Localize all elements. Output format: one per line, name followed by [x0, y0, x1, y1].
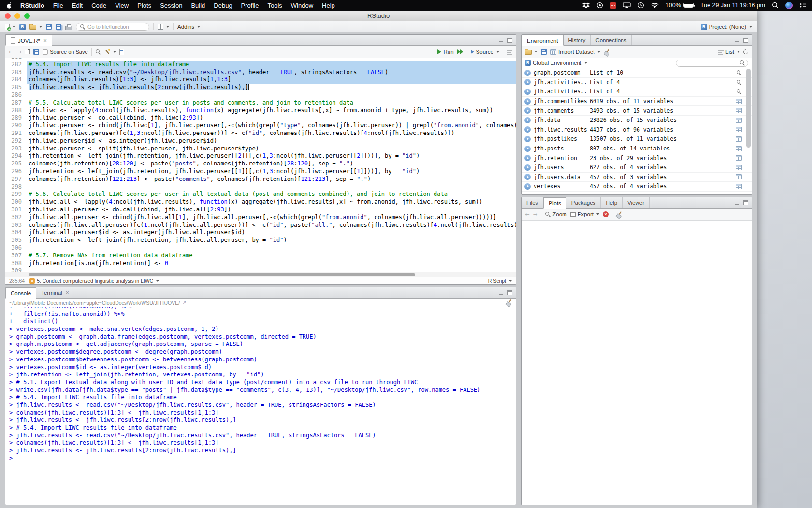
editor-horizontal-scrollbar[interactable] — [5, 272, 516, 277]
environment-scrollbar[interactable] — [746, 69, 751, 194]
back-button[interactable]: ← — [9, 48, 14, 55]
code-line-294[interactable]: 294jfh.retention <- left_join(jfh.retent… — [5, 152, 516, 160]
expand-icon[interactable] — [524, 183, 531, 190]
code-line-300[interactable]: 300jfh.liwc.all <- lapply(4:ncol(jfh.liw… — [5, 198, 516, 206]
menu-profile[interactable]: Profile — [237, 2, 263, 9]
expand-icon[interactable] — [524, 117, 531, 123]
maximize-pane-button[interactable] — [743, 200, 748, 205]
project-menu-button[interactable]: RProject: (None) — [701, 24, 752, 30]
console-tab-console[interactable]: Console — [5, 287, 36, 299]
zoom-plot-button[interactable]: Zoom — [545, 211, 566, 217]
dropbox-icon[interactable] — [582, 2, 590, 9]
environment-object-jfh-retention[interactable]: jfh.retention23 obs. of 29 variables — [522, 153, 752, 163]
code-line-303[interactable]: 303colnames(jfh.liwc.all.peruser)[c(1:nc… — [5, 222, 516, 229]
menu-build[interactable]: Build — [187, 2, 209, 9]
view-data-icon[interactable] — [736, 136, 742, 142]
environment-object-jfh-activities-[interactable]: jfh.activities...List of 4 — [522, 78, 752, 88]
status-circle-icon[interactable] — [596, 2, 603, 9]
files-tab-files[interactable]: Files — [522, 197, 543, 208]
section-navigator[interactable]: #5. Conduct computerized linguistic anal… — [29, 278, 159, 284]
save-button[interactable] — [33, 49, 39, 55]
minimize-window-button[interactable] — [14, 13, 20, 19]
code-line-302[interactable]: 302jfh.liwc.all.peruser <- cbind(jfh.liw… — [5, 214, 516, 222]
goto-file-input[interactable] — [87, 24, 145, 30]
code-line-290[interactable]: 290jfh.liwc.peruser <- cbind(jfh.liwc[1]… — [5, 122, 516, 130]
files-tab-viewer[interactable]: Viewer — [623, 197, 650, 208]
menu-file[interactable]: File — [49, 2, 68, 9]
tab-close-icon[interactable]: × — [44, 37, 47, 44]
code-line-283[interactable]: 283jfh.liwc.results <- read.csv("~/Deskt… — [5, 69, 516, 76]
view-data-icon[interactable] — [736, 146, 742, 151]
rerun-button[interactable] — [457, 49, 464, 54]
expand-icon[interactable] — [524, 79, 531, 85]
environment-tab-connections[interactable]: Connections — [591, 35, 632, 45]
code-line-292[interactable]: 292jfh.liwc.peruser$id <- as.integer(jfh… — [5, 137, 516, 145]
code-line-304[interactable]: 304jfh.liwc.all.peruser$id <- as.integer… — [5, 229, 516, 237]
view-data-icon[interactable] — [736, 99, 742, 104]
environment-object-vertexes[interactable]: vertexes457 obs. of 4 variables — [522, 182, 752, 192]
menu-window[interactable]: Window — [287, 2, 318, 9]
view-data-icon[interactable] — [736, 165, 742, 170]
code-line-299[interactable]: 299# 5.6. Calculate total LIWC scores pe… — [5, 191, 516, 198]
environment-object-jfh-activities-[interactable]: jfh.activities...List of 4 — [522, 87, 752, 97]
environment-object-graph-postcomm[interactable]: graph.postcommList of 10 — [522, 68, 752, 78]
inspect-icon[interactable] — [736, 79, 742, 85]
battery-status[interactable]: 100% — [666, 2, 694, 9]
expand-icon[interactable] — [524, 164, 531, 171]
code-line-308[interactable]: 308jfh.retention[is.na(jfh.retention)] <… — [5, 260, 516, 268]
expand-icon[interactable] — [524, 107, 531, 114]
load-workspace-button[interactable] — [525, 49, 537, 55]
spotlight-icon[interactable] — [772, 2, 779, 9]
file-type-selector[interactable]: R Script — [488, 278, 512, 284]
environment-object-jfh-liwc-results[interactable]: jfh.liwc.results4437 obs. of 96 variable… — [522, 125, 752, 135]
expand-icon[interactable] — [524, 174, 531, 180]
new-file-button[interactable] — [5, 24, 15, 30]
zoom-window-button[interactable] — [24, 13, 30, 19]
source-on-save-checkbox[interactable]: Source on Save — [43, 49, 87, 55]
export-plot-button[interactable]: Export — [570, 211, 599, 217]
inspect-icon[interactable] — [736, 70, 742, 75]
view-data-icon[interactable] — [736, 108, 742, 113]
open-file-button[interactable] — [29, 24, 42, 30]
console-output[interactable]: + filter(!is.na(from.anonid)) %>%+ filte… — [5, 307, 516, 505]
inspect-icon[interactable] — [736, 89, 742, 94]
environment-tab-history[interactable]: History — [564, 35, 591, 45]
expand-icon[interactable] — [524, 146, 531, 152]
airplay-icon[interactable] — [623, 2, 631, 8]
expand-icon[interactable] — [524, 89, 531, 95]
code-line-287[interactable]: 287# 5.5. Calculate total LIWC scores pe… — [5, 99, 516, 107]
environment-object-jfh-commentlikes[interactable]: jfh.commentlikes6019 obs. of 11 variable… — [522, 97, 752, 106]
lastpass-icon[interactable] — [610, 2, 616, 9]
environment-object-jfh-users[interactable]: jfh.users627 obs. of 4 variables — [522, 163, 752, 173]
console-tab-terminal[interactable]: Terminal× — [36, 287, 74, 298]
code-line-291[interactable]: 291colnames(jfh.liwc.peruser)[c(1,3:ncol… — [5, 130, 516, 137]
print-button[interactable] — [65, 24, 72, 30]
save-workspace-button[interactable] — [541, 49, 547, 55]
minimize-pane-button[interactable] — [499, 38, 504, 43]
files-tab-plots[interactable]: Plots — [543, 197, 566, 209]
import-dataset-button[interactable]: Import Dataset — [550, 49, 600, 55]
apple-menu-icon[interactable] — [5, 2, 16, 9]
view-data-icon[interactable] — [736, 184, 742, 189]
wifi-icon[interactable] — [651, 2, 659, 8]
close-window-button[interactable] — [5, 13, 11, 19]
source-button[interactable]: Source — [471, 49, 499, 55]
code-line-298[interactable]: 298 — [5, 183, 516, 191]
save-all-button[interactable] — [56, 24, 61, 30]
menu-rstudio[interactable]: RStudio — [16, 2, 49, 9]
environment-scope-selector[interactable]: RGlobal Environment — [525, 60, 587, 66]
files-tab-help[interactable]: Help — [601, 197, 623, 208]
refresh-environment-button[interactable] — [743, 49, 748, 54]
expand-icon[interactable] — [524, 155, 531, 161]
pane-layout-button[interactable] — [158, 24, 169, 30]
remove-plot-button[interactable]: × — [603, 211, 609, 217]
environment-object-jfh-posts[interactable]: jfh.posts807 obs. of 14 variables — [522, 144, 752, 154]
minimize-pane-button[interactable] — [735, 200, 740, 205]
code-line-288[interactable]: 288jfh.liwc <- lapply(4:ncol(jfh.liwc.re… — [5, 107, 516, 115]
maximize-pane-button[interactable] — [743, 38, 748, 43]
clear-environment-button[interactable] — [604, 49, 610, 55]
code-line-305[interactable]: 305jfh.retention <- left_join(jfh.retent… — [5, 237, 516, 244]
previous-plot-button[interactable]: ← — [525, 211, 530, 218]
run-button[interactable]: Run — [437, 49, 453, 55]
expand-icon[interactable] — [524, 98, 531, 105]
